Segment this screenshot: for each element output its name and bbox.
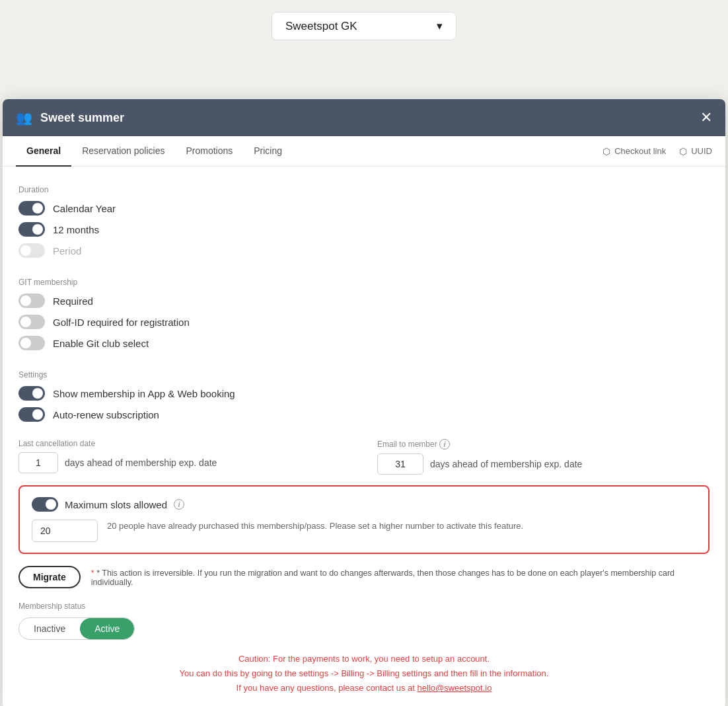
enable-git-label: Enable Git club select (53, 338, 149, 349)
caution-line-2: You can do this by going to the settings… (18, 666, 710, 681)
status-active-button[interactable]: Active (80, 618, 134, 639)
cancellation-email-row: Last cancellation date days ahead of mem… (18, 439, 710, 475)
venue-dropdown[interactable]: Sweetspot GK ▾ (272, 12, 456, 40)
calendar-year-row: Calendar Year (18, 201, 710, 216)
max-slots-input[interactable] (32, 520, 98, 542)
duration-label: Duration (18, 185, 710, 194)
required-label: Required (53, 295, 93, 307)
settings-label: Settings (18, 370, 710, 379)
email-to-member-input[interactable] (377, 453, 423, 475)
chevron-down-icon: ▾ (437, 19, 443, 33)
checkout-link-icon: ⬡ (602, 146, 610, 157)
modal-close-button[interactable]: ✕ (700, 110, 712, 125)
modal-body: Duration Calendar Year 12 months (3, 167, 725, 706)
tab-promotions[interactable]: Promotions (175, 136, 243, 167)
calendar-year-label: Calendar Year (53, 203, 116, 214)
caution-line-1: Caution: For the payments to work, you n… (18, 652, 710, 666)
uuid-label: UUID (691, 146, 712, 156)
enable-git-toggle[interactable] (18, 336, 45, 350)
max-slots-info-icon: i (174, 499, 184, 510)
enable-git-row: Enable Git club select (18, 336, 710, 350)
max-slots-box: Maximum slots allowed i 20 people have a… (18, 485, 710, 554)
caution-line-3: If you have any questions, please contac… (18, 681, 710, 695)
status-inactive-button[interactable]: Inactive (19, 618, 80, 639)
required-toggle[interactable] (18, 294, 45, 308)
period-label: Period (53, 245, 81, 256)
last-cancellation-label: Last cancellation date (18, 439, 351, 448)
membership-status-group: Inactive Active (18, 617, 135, 640)
modal-header: 👥 Sweet summer ✕ (3, 99, 725, 136)
tab-general[interactable]: General (16, 136, 71, 167)
max-slots-label: Maximum slots allowed (65, 499, 167, 510)
last-cancellation-suffix: days ahead of membership exp. date (65, 457, 217, 468)
show-membership-row: Show membership in App & Web booking (18, 386, 710, 401)
max-slots-toggle[interactable] (32, 497, 58, 512)
migrate-row: Migrate * * This action is irreversible.… (18, 566, 710, 588)
twelve-months-toggle[interactable] (18, 222, 45, 237)
modal: 👥 Sweet summer ✕ General Reservation pol… (3, 99, 725, 706)
email-to-member-suffix: days ahead of membership exp. date (430, 459, 582, 469)
email-to-member-label: Email to member i (377, 439, 710, 450)
users-icon: 👥 (16, 110, 32, 126)
max-slots-description: 20 people have already purchased this me… (107, 520, 696, 531)
checkout-link-label: Checkout link (614, 146, 666, 156)
tab-reservation-policies[interactable]: Reservation policies (71, 136, 175, 167)
auto-renew-row: Auto-renew subscription (18, 407, 710, 422)
caution-text: Caution: For the payments to work, you n… (18, 652, 710, 695)
auto-renew-toggle[interactable] (18, 407, 45, 422)
uuid-action[interactable]: ⬡ UUID (679, 146, 712, 157)
caution-email-link[interactable]: hello@sweetspot.io (417, 683, 491, 693)
period-toggle[interactable] (18, 243, 45, 258)
period-row: Period (18, 243, 710, 258)
modal-title: Sweet summer (40, 111, 124, 125)
twelve-months-row: 12 months (18, 222, 710, 237)
git-label: GIT membership (18, 278, 710, 287)
migrate-button[interactable]: Migrate (18, 566, 81, 588)
golf-id-toggle[interactable] (18, 315, 45, 329)
golf-id-label: Golf-ID required for registration (53, 317, 190, 328)
membership-status-label: Membership status (18, 602, 710, 611)
last-cancellation-input[interactable] (18, 452, 58, 473)
show-membership-label: Show membership in App & Web booking (53, 388, 235, 399)
uuid-icon: ⬡ (679, 146, 687, 157)
checkout-link-action[interactable]: ⬡ Checkout link (602, 146, 666, 157)
show-membership-toggle[interactable] (18, 386, 45, 401)
venue-name: Sweetspot GK (285, 20, 357, 33)
migrate-description: * * This action is irreversible. If you … (91, 566, 710, 587)
modal-tabs: General Reservation policies Promotions … (3, 136, 725, 167)
required-row: Required (18, 294, 710, 308)
calendar-year-toggle[interactable] (18, 201, 45, 216)
email-info-icon: i (439, 439, 450, 450)
tab-pricing[interactable]: Pricing (243, 136, 293, 167)
golf-id-row: Golf-ID required for registration (18, 315, 710, 329)
twelve-months-label: 12 months (53, 224, 99, 235)
auto-renew-label: Auto-renew subscription (53, 409, 159, 420)
